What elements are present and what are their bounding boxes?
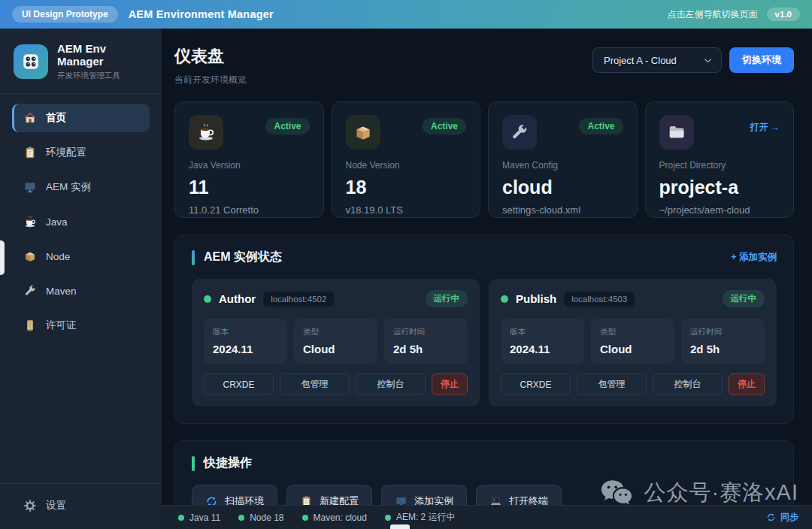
section-title: AEM 实例状态 bbox=[204, 249, 282, 265]
stat-box-value: 2024.11 bbox=[510, 343, 575, 355]
stat-sub: 11.0.21 Corretto bbox=[189, 204, 310, 216]
switch-env-button[interactable]: 切换环境 bbox=[729, 47, 794, 73]
sidebar-item-node[interactable]: Node bbox=[12, 242, 150, 271]
open-terminal-button[interactable]: 打开终端 bbox=[476, 485, 562, 505]
status-dot bbox=[501, 295, 508, 303]
quick-action-label: 添加实例 bbox=[414, 494, 453, 505]
sidebar: AEM Env Manager 开发环境管理工具 首页 环境配置 AEM 实例 … bbox=[0, 29, 162, 529]
sync-button[interactable]: 同步 bbox=[766, 511, 798, 524]
prototype-badge: UI Design Prototype bbox=[12, 6, 118, 23]
stat-box-value: Cloud bbox=[303, 343, 368, 355]
sidebar-item-aem-instances[interactable]: AEM 实例 bbox=[12, 173, 150, 201]
sidebar-item-java[interactable]: Java bbox=[12, 207, 150, 236]
chevron-down-icon bbox=[702, 55, 714, 66]
stop-button[interactable]: 停止 bbox=[432, 373, 468, 395]
scan-env-button[interactable]: 扫描环境 bbox=[192, 485, 277, 505]
sidebar-item-label: 许可证 bbox=[46, 319, 77, 332]
quick-actions-section: 快捷操作 扫描环境 新建配置 添加实例 bbox=[174, 440, 794, 505]
project-select[interactable]: Project A - Cloud bbox=[592, 47, 722, 73]
sidebar-item-label: 设置 bbox=[46, 499, 66, 512]
clipboard-icon bbox=[300, 495, 313, 506]
wrench-icon bbox=[23, 284, 37, 298]
page-title: 仪表盘 bbox=[174, 45, 247, 68]
quick-action-label: 新建配置 bbox=[320, 494, 359, 505]
console-button[interactable]: 控制台 bbox=[356, 373, 426, 395]
add-instance-button[interactable]: 添加实例 bbox=[381, 485, 467, 505]
instance-name: Publish bbox=[516, 292, 556, 305]
sidebar-nav: 首页 环境配置 AEM 实例 Java Node Maven bbox=[0, 94, 162, 483]
sidebar-item-home[interactable]: 首页 bbox=[12, 104, 150, 132]
stat-box-value: 2d 5h bbox=[690, 343, 756, 355]
nav-hint-text: 点击左侧导航切换页面 bbox=[668, 8, 758, 21]
version-badge: v1.0 bbox=[767, 8, 800, 21]
crxde-button[interactable]: CRXDE bbox=[204, 373, 274, 395]
project-directory-card: 打开 → Project Directory project-a ~/proje… bbox=[645, 101, 795, 218]
stat-label: Node Version bbox=[346, 160, 467, 171]
sidebar-item-label: Java bbox=[46, 216, 68, 228]
folder-icon bbox=[659, 115, 694, 150]
aem-instances-section: AEM 实例状态 + 添加实例 Author localhost:4502 运行… bbox=[174, 234, 794, 424]
crxde-button[interactable]: CRXDE bbox=[501, 373, 571, 395]
coffee-icon bbox=[23, 215, 37, 228]
open-project-link[interactable]: 打开 → bbox=[750, 121, 780, 134]
status-dot bbox=[302, 515, 308, 521]
wrench-icon bbox=[502, 115, 537, 150]
knobs-icon bbox=[21, 52, 41, 71]
instance-host: localhost:4503 bbox=[564, 292, 635, 307]
sidebar-item-label: Node bbox=[46, 251, 70, 262]
stat-value: cloud bbox=[502, 177, 623, 198]
stop-button[interactable]: 停止 bbox=[729, 373, 765, 395]
stat-sub: v18.19.0 LTS bbox=[346, 204, 467, 216]
status-maven: Maven: cloud bbox=[302, 512, 367, 523]
home-indicator bbox=[390, 524, 410, 529]
refresh-icon bbox=[205, 495, 218, 506]
stat-label: Project Directory bbox=[659, 160, 780, 171]
refresh-icon bbox=[766, 512, 776, 522]
status-label: Maven: cloud bbox=[314, 512, 367, 523]
sidebar-item-maven[interactable]: Maven bbox=[12, 277, 150, 305]
author-instance-card: Author localhost:4502 运行中 版本 2024.11 类型 bbox=[192, 279, 480, 407]
coffee-icon bbox=[189, 115, 223, 150]
stat-box-value: 2024.11 bbox=[213, 343, 278, 355]
status-label: Node 18 bbox=[250, 512, 283, 523]
monitor-icon bbox=[23, 180, 37, 194]
publish-instance-card: Publish localhost:4503 运行中 版本 2024.11 类型 bbox=[489, 279, 777, 407]
status-node: Node 18 bbox=[238, 512, 283, 523]
java-version-card: Active Java Version 11 11.0.21 Corretto bbox=[174, 101, 324, 218]
instance-stat-box: 类型 Cloud bbox=[294, 319, 377, 364]
stat-box-value: 2d 5h bbox=[393, 343, 459, 355]
stat-label: Java Version bbox=[189, 160, 310, 171]
console-button[interactable]: 控制台 bbox=[653, 373, 723, 395]
page-subtitle: 当前开发环境概览 bbox=[174, 74, 247, 86]
instance-stat-box: 版本 2024.11 bbox=[501, 319, 584, 364]
status-badge: Active bbox=[265, 118, 309, 135]
sidebar-item-license[interactable]: 许可证 bbox=[12, 311, 150, 340]
status-badge: Active bbox=[579, 118, 623, 135]
stat-box-label: 版本 bbox=[213, 327, 278, 337]
stat-box-label: 运行时间 bbox=[690, 327, 756, 337]
dashboard-content: 仪表盘 当前开发环境概览 Project A - Cloud 切换环境 bbox=[162, 29, 812, 505]
sidebar-item-settings[interactable]: 设置 bbox=[12, 491, 150, 520]
new-config-button[interactable]: 新建配置 bbox=[286, 485, 372, 505]
app-name: AEM Env Manager bbox=[57, 42, 148, 68]
gear-icon bbox=[23, 499, 37, 512]
stat-box-label: 版本 bbox=[510, 327, 575, 337]
sidebar-item-env-config[interactable]: 环境配置 bbox=[12, 138, 150, 167]
package-manager-button[interactable]: 包管理 bbox=[577, 373, 647, 395]
topbar: UI Design Prototype AEM Environment Mana… bbox=[0, 0, 812, 29]
stat-label: Maven Config bbox=[502, 160, 623, 171]
home-icon bbox=[23, 111, 37, 125]
statusbar: Java 11 Node 18 Maven: cloud AEM: 2 运行中 … bbox=[162, 505, 812, 529]
add-instance-link[interactable]: + 添加实例 bbox=[731, 251, 777, 264]
package-manager-button[interactable]: 包管理 bbox=[280, 373, 350, 395]
sidebar-item-label: Maven bbox=[46, 286, 77, 297]
status-label: AEM: 2 运行中 bbox=[396, 511, 456, 524]
stat-box-label: 类型 bbox=[303, 327, 368, 337]
scroll-icon bbox=[23, 319, 37, 332]
sidebar-item-label: AEM 实例 bbox=[46, 180, 91, 194]
stat-sub: settings-cloud.xml bbox=[502, 204, 623, 216]
status-label: Java 11 bbox=[189, 512, 220, 523]
instance-stat-box: 运行时间 2d 5h bbox=[384, 319, 468, 364]
status-dot bbox=[204, 295, 211, 303]
stat-box-label: 运行时间 bbox=[393, 327, 459, 337]
